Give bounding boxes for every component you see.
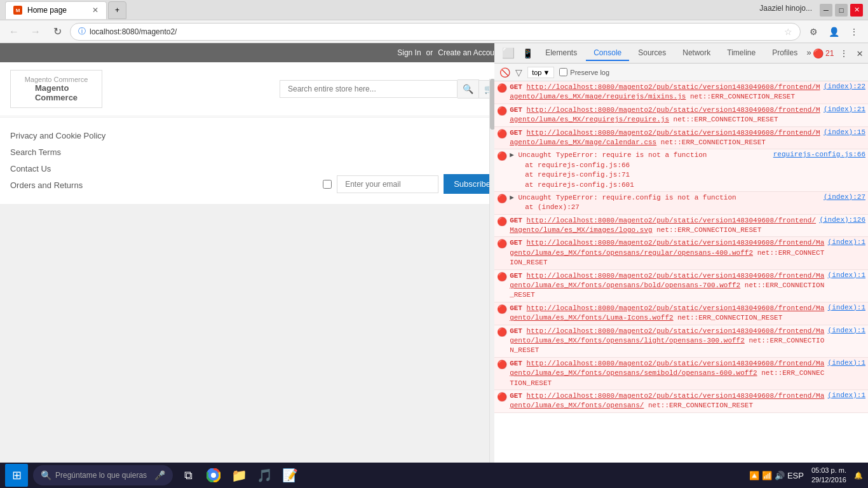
console-source-link[interactable]: (index):1 (828, 391, 865, 399)
console-source-link[interactable]: (index):1 (828, 359, 865, 367)
create-account-link[interactable]: Create an Account (438, 48, 494, 57)
footer-link-search-terms[interactable]: Search Terms (10, 147, 61, 157)
or-text: or (426, 48, 433, 57)
devtools-settings-button[interactable]: ⋮ (835, 44, 853, 62)
taskbar-clock[interactable]: 05:03 p. m. 29/12/2016 (811, 466, 846, 485)
console-entry: 🔴GET http://localhost:8080/magento2/pub/… (494, 127, 868, 150)
subscribe-button[interactable]: Subscribe (444, 174, 494, 194)
error-icon: 🔴 (497, 392, 507, 402)
email-checkbox[interactable] (323, 180, 332, 189)
console-source-link[interactable]: (index):126 (819, 216, 865, 224)
bookmark-icon[interactable]: ☆ (784, 27, 792, 37)
website-viewport: Sign In or Create an Account Magento Com… (0, 43, 494, 204)
error-icon: 🔴 (497, 194, 507, 204)
console-filter-button[interactable]: ▽ (515, 67, 522, 78)
console-source-link[interactable]: (index):1 (828, 271, 865, 279)
console-clear-button[interactable]: 🚫 (499, 67, 510, 78)
explorer-taskbar-icon[interactable]: 📁 (229, 465, 249, 485)
devtools-tab-profiles[interactable]: Profiles (764, 46, 805, 61)
minimize-button[interactable]: ─ (820, 4, 832, 17)
error-icon: 🔴 (497, 327, 507, 337)
browser-title-bar: M Home page ✕ + Jaaziel hinojo... ─ □ ✕ (0, 0, 868, 20)
volume-icon[interactable]: 🔊 (775, 471, 785, 480)
console-source-link[interactable]: (index):1 (828, 304, 865, 311)
notification-button[interactable]: 🔔 (854, 471, 863, 480)
error-icon: 🔴 (497, 151, 507, 161)
newsletter-row: Subscribe (323, 174, 494, 194)
devtools-device-button[interactable]: 📱 (519, 44, 536, 62)
word-taskbar-icon[interactable]: 📝 (280, 465, 300, 485)
preserve-log-checkbox[interactable] (559, 68, 567, 76)
close-button[interactable]: ✕ (850, 4, 863, 17)
console-message: ▶ Uncaught TypeError: require is not a f… (510, 151, 771, 190)
start-button[interactable]: ⊞ (5, 464, 28, 487)
console-context-dropdown[interactable]: top ▼ (527, 67, 554, 78)
console-source-link[interactable]: (index):15 (824, 128, 865, 136)
menu-button[interactable]: ⋮ (845, 23, 863, 41)
console-message: GET http://localhost:8080/magento2/pub/s… (510, 83, 821, 102)
spotify-taskbar-icon[interactable]: 🎵 (254, 465, 275, 485)
console-output: 🔴GET http://localhost:8080/magento2/pub/… (494, 81, 868, 463)
email-input[interactable] (337, 175, 438, 193)
language-label[interactable]: ESP (787, 471, 804, 480)
devtools-tab-timeline[interactable]: Timeline (719, 46, 763, 61)
address-bar[interactable]: ⓘ localhost:8080/magento2/ ☆ (70, 23, 801, 41)
console-source-link[interactable]: (index):22 (824, 83, 865, 90)
search-placeholder: Pregúntame lo que quieras (55, 471, 147, 480)
tab-title: Home page (27, 6, 67, 15)
url-text: localhost:8080/magento2/ (90, 27, 780, 36)
error-icon: 🔴 (497, 217, 507, 227)
site-header: Sign In or Create an Account (0, 43, 494, 62)
sign-in-link[interactable]: Sign In (397, 48, 421, 57)
footer-link-orders[interactable]: Orders and Returns (10, 180, 83, 190)
console-message: GET http://localhost:8080/magento2/pub/s… (510, 105, 821, 125)
forward-button[interactable]: → (27, 23, 44, 41)
footer-link-contact[interactable]: Contact Us (10, 164, 51, 173)
time-display: 05:03 p. m. (811, 466, 846, 475)
scrollbar-thumb[interactable] (490, 79, 494, 130)
console-toolbar: 🚫 ▽ top ▼ Preserve log (494, 64, 868, 81)
back-button[interactable]: ← (5, 23, 23, 41)
website-scrollbar[interactable] (489, 79, 494, 463)
svg-point-1 (211, 473, 216, 478)
security-icon: ⓘ (78, 26, 86, 37)
preserve-log-label: Preserve log (559, 68, 609, 76)
network-icon[interactable]: 📶 (762, 471, 772, 480)
console-source-link[interactable]: requirejs-config.js:66 (773, 151, 865, 158)
profile-button[interactable]: 👤 (825, 23, 843, 41)
console-source-link[interactable]: (index):21 (824, 105, 865, 113)
devtools-tab-elements[interactable]: Elements (538, 46, 585, 61)
devtools-close-button[interactable]: ✕ (857, 47, 863, 60)
chrome-taskbar-icon[interactable] (203, 465, 224, 485)
error-icon: 🔴 (497, 129, 507, 139)
console-source-link[interactable]: (index):27 (824, 193, 865, 201)
console-source-link[interactable]: (index):1 (828, 327, 865, 334)
footer-link-privacy[interactable]: Privacy and Cookie Policy (10, 131, 105, 140)
search-button[interactable]: 🔍 (458, 79, 479, 98)
console-entry: 🔴GET http://localhost:8080/magento2/pub/… (494, 237, 868, 269)
system-tray-arrow[interactable]: 🔼 (749, 471, 759, 480)
extensions-button[interactable]: ⚙ (804, 23, 822, 41)
console-entry: 🔴▶ Uncaught TypeError: require.config is… (494, 192, 868, 215)
console-message: ▶ Uncaught TypeError: require.config is … (510, 193, 821, 213)
reload-button[interactable]: ↻ (48, 23, 66, 41)
devtools-tab-network[interactable]: Network (675, 46, 718, 61)
new-tab-button[interactable]: + (108, 1, 126, 19)
tab-close-button[interactable]: ✕ (92, 6, 98, 15)
devtools-more-tabs[interactable]: » (806, 48, 811, 58)
search-bar: 🔍 🛒 (280, 79, 494, 98)
console-message: GET http://localhost:8080/magento2/pub/s… (510, 128, 821, 148)
console-entry: 🔴GET http://localhost:8080/magento2/pub/… (494, 104, 868, 127)
console-entry: 🔴GET http://localhost:8080/magento2/pub/… (494, 325, 868, 358)
maximize-button[interactable]: □ (835, 4, 848, 17)
tab-favicon: M (13, 6, 22, 15)
task-view-button[interactable]: ⧉ (178, 465, 198, 485)
taskbar-search-bar[interactable]: 🔍 Pregúntame lo que quieras 🎤 (33, 465, 173, 485)
console-source-link[interactable]: (index):1 (828, 238, 865, 246)
console-message: GET http://localhost:8080/magento2/pub/s… (510, 304, 825, 323)
devtools-tab-sources[interactable]: Sources (630, 46, 674, 61)
active-tab[interactable]: M Home page ✕ (5, 1, 107, 19)
devtools-inspect-button[interactable]: ⬜ (499, 44, 517, 62)
devtools-tab-console[interactable]: Console (586, 46, 629, 61)
search-input[interactable] (280, 80, 458, 98)
